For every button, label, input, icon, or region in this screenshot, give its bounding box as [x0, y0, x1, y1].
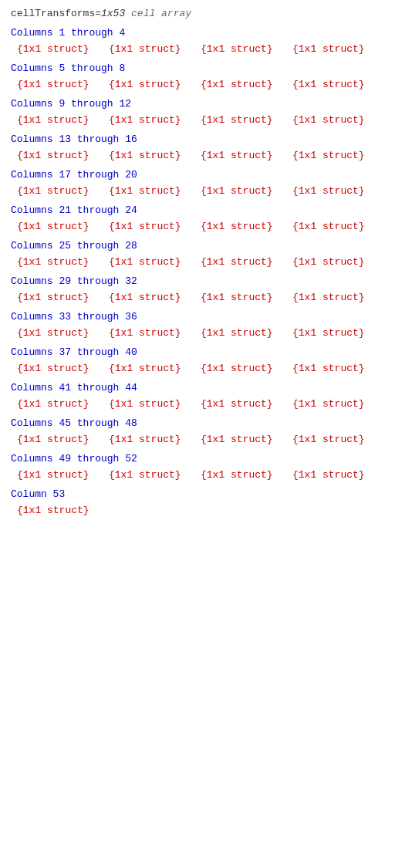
struct-item: {1x1 struct}	[109, 327, 201, 339]
structs-row-4: {1x1 struct}{1x1 struct}{1x1 struct}{1x1…	[14, 185, 384, 197]
struct-item: {1x1 struct}	[17, 79, 109, 90]
struct-item: {1x1 struct}	[201, 221, 292, 232]
struct-item: {1x1 struct}	[292, 434, 384, 445]
struct-item: {1x1 struct}	[17, 43, 109, 55]
struct-item: {1x1 struct}	[109, 185, 201, 197]
struct-item: {1x1 struct}	[201, 114, 292, 126]
struct-item: {1x1 struct}	[109, 434, 201, 445]
struct-item: {1x1 struct}	[17, 327, 109, 339]
struct-item: {1x1 struct}	[292, 114, 384, 126]
struct-item: {1x1 struct}	[292, 327, 384, 339]
struct-item: {1x1 struct}	[109, 43, 201, 55]
groups-container: Columns 1 through 4{1x1 struct}{1x1 stru…	[11, 27, 384, 516]
columns-header-3: Columns 13 through 16	[11, 133, 384, 145]
structs-row-8: {1x1 struct}{1x1 struct}{1x1 struct}{1x1…	[14, 327, 384, 339]
columns-header-1: Columns 5 through 8	[11, 62, 384, 74]
struct-item: {1x1 struct}	[109, 114, 201, 126]
struct-item: {1x1 struct}	[201, 363, 292, 374]
struct-item: {1x1 struct}	[109, 221, 201, 232]
struct-item: {1x1 struct}	[201, 292, 292, 303]
structs-row-3: {1x1 struct}{1x1 struct}{1x1 struct}{1x1…	[14, 150, 384, 161]
columns-header-0: Columns 1 through 4	[11, 27, 384, 39]
columns-header-10: Columns 41 through 44	[11, 382, 384, 393]
struct-item: {1x1 struct}	[201, 434, 292, 445]
variable-name: cellTransforms	[11, 8, 95, 19]
struct-item: {1x1 struct}	[109, 469, 201, 481]
struct-item: {1x1 struct}	[17, 469, 109, 481]
columns-header-7: Columns 29 through 32	[11, 275, 384, 287]
struct-item: {1x1 struct}	[292, 79, 384, 90]
columns-header-11: Columns 45 through 48	[11, 417, 384, 429]
struct-item: {1x1 struct}	[292, 363, 384, 374]
struct-item: {1x1 struct}	[201, 327, 292, 339]
columns-header-8: Columns 33 through 36	[11, 311, 384, 323]
struct-item: {1x1 struct}	[17, 256, 109, 268]
structs-row-13: {1x1 struct}	[14, 505, 384, 516]
struct-item: {1x1 struct}	[201, 398, 292, 410]
cell-array-label: cell array	[131, 8, 191, 19]
columns-header-4: Columns 17 through 20	[11, 169, 384, 181]
struct-item: {1x1 struct}	[201, 469, 292, 481]
columns-header-12: Columns 49 through 52	[11, 453, 384, 464]
header-line: cellTransforms=1x53 cell array	[11, 8, 384, 19]
columns-header-5: Columns 21 through 24	[11, 204, 384, 216]
columns-header-13: Column 53	[11, 488, 384, 500]
columns-header-2: Columns 9 through 12	[11, 98, 384, 110]
struct-item: {1x1 struct}	[109, 256, 201, 268]
struct-item: {1x1 struct}	[292, 256, 384, 268]
struct-item: {1x1 struct}	[17, 221, 109, 232]
struct-item: {1x1 struct}	[201, 150, 292, 161]
structs-row-1: {1x1 struct}{1x1 struct}{1x1 struct}{1x1…	[14, 79, 384, 90]
struct-item: {1x1 struct}	[201, 185, 292, 197]
struct-item: {1x1 struct}	[109, 79, 201, 90]
structs-row-10: {1x1 struct}{1x1 struct}{1x1 struct}{1x1…	[14, 398, 384, 410]
struct-item: {1x1 struct}	[17, 114, 109, 126]
struct-item: {1x1 struct}	[17, 292, 109, 303]
struct-item: {1x1 struct}	[17, 150, 109, 161]
struct-item: {1x1 struct}	[292, 469, 384, 481]
structs-row-5: {1x1 struct}{1x1 struct}{1x1 struct}{1x1…	[14, 221, 384, 232]
struct-item: {1x1 struct}	[17, 185, 109, 197]
struct-item: {1x1 struct}	[17, 434, 109, 445]
struct-item: {1x1 struct}	[201, 256, 292, 268]
struct-item: {1x1 struct}	[292, 185, 384, 197]
columns-header-9: Columns 37 through 40	[11, 346, 384, 358]
struct-item: {1x1 struct}	[109, 292, 201, 303]
struct-item: {1x1 struct}	[201, 79, 292, 90]
struct-item: {1x1 struct}	[109, 398, 201, 410]
struct-item: {1x1 struct}	[17, 505, 110, 516]
structs-row-2: {1x1 struct}{1x1 struct}{1x1 struct}{1x1…	[14, 114, 384, 126]
struct-item: {1x1 struct}	[292, 398, 384, 410]
struct-item: {1x1 struct}	[292, 292, 384, 303]
equals-size: =1x53	[95, 8, 125, 19]
struct-item: {1x1 struct}	[292, 221, 384, 232]
columns-header-6: Columns 25 through 28	[11, 240, 384, 252]
output-container: cellTransforms=1x53 cell array Columns 1…	[11, 8, 384, 516]
structs-row-6: {1x1 struct}{1x1 struct}{1x1 struct}{1x1…	[14, 256, 384, 268]
structs-row-0: {1x1 struct}{1x1 struct}{1x1 struct}{1x1…	[14, 43, 384, 55]
struct-item: {1x1 struct}	[201, 43, 292, 55]
struct-item: {1x1 struct}	[17, 363, 109, 374]
structs-row-7: {1x1 struct}{1x1 struct}{1x1 struct}{1x1…	[14, 292, 384, 303]
struct-item: {1x1 struct}	[292, 43, 384, 55]
struct-item: {1x1 struct}	[109, 150, 201, 161]
structs-row-9: {1x1 struct}{1x1 struct}{1x1 struct}{1x1…	[14, 363, 384, 374]
structs-row-11: {1x1 struct}{1x1 struct}{1x1 struct}{1x1…	[14, 434, 384, 445]
struct-item: {1x1 struct}	[17, 398, 109, 410]
structs-row-12: {1x1 struct}{1x1 struct}{1x1 struct}{1x1…	[14, 469, 384, 481]
struct-item: {1x1 struct}	[109, 363, 201, 374]
struct-item: {1x1 struct}	[292, 150, 384, 161]
